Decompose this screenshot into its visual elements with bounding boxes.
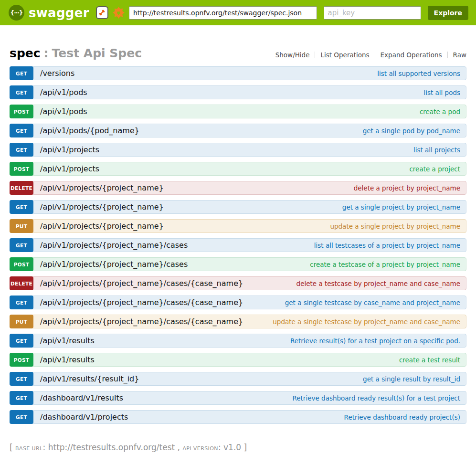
endpoint-row: POST /api/v1/results create a test resul…	[10, 353, 466, 367]
endpoint-summary[interactable]: get a single project by project_name	[342, 203, 466, 211]
endpoint-row: GET /api/v1/projects/{project_name}/case…	[10, 238, 466, 252]
endpoint-summary[interactable]: delete a testcase by project_name and ca…	[296, 280, 466, 287]
endpoint-summary[interactable]: update a single project by project_name	[330, 222, 466, 230]
endpoint-row: POST /api/v1/projects/{project_name}/cas…	[10, 257, 466, 271]
method-badge[interactable]: GET	[10, 124, 33, 137]
endpoint-path[interactable]: /api/v1/projects/{project_name}	[40, 222, 164, 231]
endpoint-summary[interactable]: Retrieve dashboard ready project(s)	[344, 413, 466, 421]
endpoint-row: GET /api/v1/results Retrieve result(s) f…	[10, 334, 466, 348]
bone-tool-button[interactable]	[96, 6, 108, 19]
method-badge[interactable]: GET	[10, 410, 33, 424]
method-badge[interactable]: POST	[10, 162, 33, 176]
endpoint-row: GET /versions list all supported version…	[10, 66, 466, 80]
title-separator: :	[44, 46, 49, 60]
endpoint-summary[interactable]: get a single pod by pod_name	[363, 127, 466, 135]
endpoint-row: GET /api/v1/projects list all projects	[10, 143, 466, 157]
page-title: spec : Test Api Spec	[10, 46, 142, 60]
endpoint-path[interactable]: /api/v1/results	[40, 336, 95, 345]
endpoint-summary[interactable]: get a single result by result_id	[363, 375, 466, 383]
endpoint-row: DELETE /api/v1/projects/{project_name} d…	[10, 181, 466, 195]
method-badge[interactable]: POST	[10, 353, 33, 367]
endpoint-row: GET /api/v1/results/{result_id} get a si…	[10, 372, 466, 386]
api-name: spec	[10, 46, 41, 60]
bone-icon	[97, 8, 106, 17]
list-operations-link[interactable]: List Operations	[315, 51, 374, 59]
endpoint-row: PUT /api/v1/projects/{project_name}/case…	[10, 315, 466, 328]
expand-operations-link[interactable]: Expand Operations	[375, 51, 447, 59]
endpoint-summary[interactable]: list all pods	[423, 89, 466, 96]
endpoint-path[interactable]: /api/v1/results	[40, 355, 95, 364]
raw-link[interactable]: Raw	[448, 51, 466, 59]
endpoint-summary[interactable]: delete a project by project_name	[354, 184, 466, 192]
endpoint-path[interactable]: /api/v1/projects/{project_name}/cases/{c…	[40, 279, 243, 288]
method-badge[interactable]: POST	[10, 105, 33, 118]
operations-toolbar: Show/Hide List Operations Expand Operati…	[270, 51, 466, 59]
endpoint-summary[interactable]: Retrieve dashboard ready result(s) for a…	[293, 394, 466, 402]
endpoint-row: GET /dashboard/v1/projects Retrieve dash…	[10, 410, 466, 424]
show-hide-link[interactable]: Show/Hide	[270, 51, 315, 59]
gear-heart-button[interactable]	[112, 6, 125, 20]
base-url-value: http://testresults.opnfv.org/test	[48, 443, 175, 452]
endpoint-path[interactable]: /api/v1/projects	[40, 164, 99, 173]
footer-comma: ,	[178, 443, 180, 452]
method-badge[interactable]: GET	[10, 334, 33, 348]
footer-colon: :	[218, 443, 221, 452]
endpoint-path[interactable]: /api/v1/projects/{project_name}	[40, 202, 164, 211]
swagger-logo[interactable]: {···} swagger	[9, 5, 89, 21]
endpoint-path[interactable]: /api/v1/results/{result_id}	[40, 374, 139, 383]
api-version-label: API VERSION	[182, 445, 218, 452]
gear-icon	[112, 6, 125, 19]
endpoint-row: DELETE /api/v1/projects/{project_name}/c…	[10, 276, 466, 290]
method-badge[interactable]: GET	[10, 391, 33, 405]
endpoint-row: GET /api/v1/projects/{project_name}/case…	[10, 296, 466, 309]
endpoint-path[interactable]: /dashboard/v1/results	[40, 393, 123, 402]
endpoint-summary[interactable]: create a testcase of a project by projec…	[310, 261, 466, 268]
top-header-bar: {···} swagger Explore	[0, 0, 476, 25]
swagger-logo-icon: {···}	[9, 5, 24, 21]
endpoint-summary[interactable]: update a single testcase by project_name…	[273, 318, 466, 326]
endpoint-summary[interactable]: list all projects	[413, 146, 466, 154]
endpoint-path[interactable]: /api/v1/projects/{project_name}/cases/{c…	[40, 298, 243, 307]
method-badge[interactable]: GET	[10, 200, 33, 214]
endpoint-row: POST /api/v1/pods create a pod	[10, 105, 466, 118]
endpoint-summary[interactable]: get a single testcase by case_name and p…	[285, 299, 466, 306]
api-heading-row: spec : Test Api Spec Show/Hide List Oper…	[10, 46, 466, 60]
api-key-input[interactable]	[324, 6, 421, 20]
endpoint-path[interactable]: /api/v1/projects	[40, 145, 99, 154]
endpoint-summary[interactable]: create a project	[409, 165, 466, 173]
spec-url-input[interactable]	[129, 6, 317, 20]
endpoint-path[interactable]: /api/v1/projects/{project_name}/cases	[40, 241, 188, 250]
endpoint-summary[interactable]: Retrieve result(s) for a test project on…	[290, 337, 466, 345]
endpoint-path[interactable]: /api/v1/projects/{project_name}/cases	[40, 260, 188, 269]
endpoint-path[interactable]: /api/v1/pods	[40, 88, 87, 97]
base-url-label: BASE URL	[15, 445, 43, 452]
endpoint-path[interactable]: /api/v1/projects/{project_name}/cases/{c…	[40, 317, 243, 326]
endpoint-summary[interactable]: list all supported versions	[377, 70, 466, 77]
endpoint-path[interactable]: /api/v1/projects/{project_name}	[40, 183, 164, 192]
method-badge[interactable]: GET	[10, 238, 33, 252]
api-version-value: v1.0	[223, 443, 241, 452]
endpoint-row: POST /api/v1/projects create a project	[10, 162, 466, 176]
method-badge[interactable]: PUT	[10, 315, 33, 328]
method-badge[interactable]: DELETE	[10, 181, 33, 195]
method-badge[interactable]: DELETE	[10, 276, 33, 290]
method-badge[interactable]: GET	[10, 372, 33, 386]
method-badge[interactable]: GET	[10, 66, 33, 80]
endpoint-summary[interactable]: create a pod	[420, 108, 466, 116]
explore-button[interactable]: Explore	[428, 6, 468, 20]
endpoint-path[interactable]: /dashboard/v1/projects	[40, 412, 128, 422]
method-badge[interactable]: PUT	[10, 219, 33, 233]
method-badge[interactable]: GET	[10, 143, 33, 157]
endpoint-path[interactable]: /versions	[40, 69, 74, 78]
endpoint-list: GET /versions list all supported version…	[10, 66, 466, 424]
endpoint-summary[interactable]: list all testcases of a project by proje…	[314, 242, 466, 249]
endpoint-summary[interactable]: create a test result	[399, 356, 466, 364]
api-description: Test Api Spec	[52, 46, 142, 60]
method-badge[interactable]: POST	[10, 257, 33, 271]
main-content: spec : Test Api Spec Show/Hide List Oper…	[0, 46, 476, 424]
endpoint-path[interactable]: /api/v1/pods	[40, 107, 87, 116]
method-badge[interactable]: GET	[10, 296, 33, 309]
method-badge[interactable]: GET	[10, 85, 33, 99]
footer-open-bracket: [	[10, 443, 13, 452]
endpoint-path[interactable]: /api/v1/pods/{pod_name}	[40, 126, 139, 135]
